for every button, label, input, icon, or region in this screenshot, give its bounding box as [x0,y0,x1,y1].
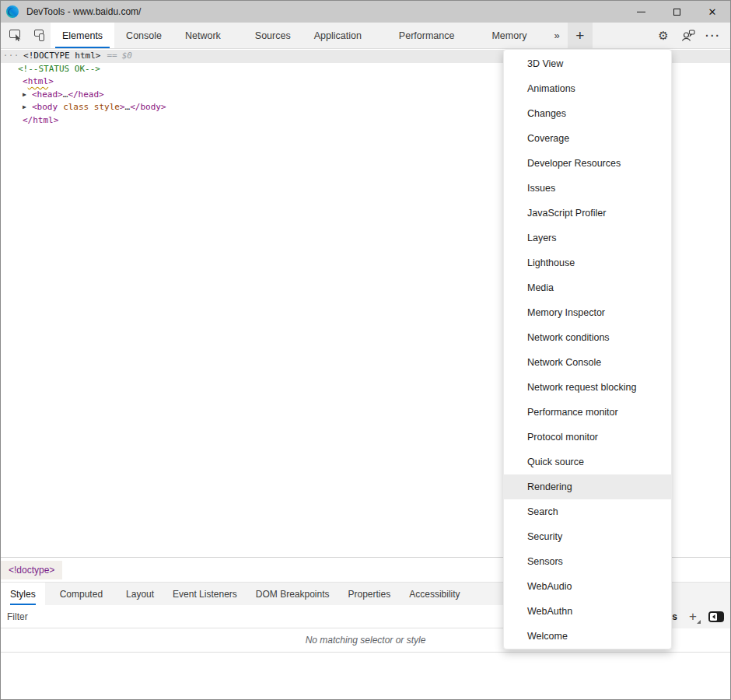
window-controls: ✕ [623,1,730,23]
menu-item-lighthouse[interactable]: Lighthouse [504,250,671,275]
plus-icon: + [689,609,697,624]
maximize-icon [673,9,680,16]
menu-item-3d-view[interactable]: 3D View [504,51,671,76]
feedback-button[interactable] [676,30,701,41]
menu-item-coverage[interactable]: Coverage [504,126,671,151]
menu-item-rendering[interactable]: Rendering [504,474,671,499]
dollar-zero-ref: $0 [122,51,132,61]
body-attributes: class style [63,102,120,112]
more-options-button[interactable]: ··· [701,30,726,42]
tab-label: Memory [491,30,526,41]
equals-sign: == [107,51,117,61]
ellipsis-icon: ··· [705,30,721,42]
tab-layout[interactable]: Layout [117,583,163,605]
tab-label: Properties [348,589,391,600]
tag-bracket: > [48,76,54,86]
html-tag-name: html [28,76,49,86]
tab-properties[interactable]: Properties [339,583,400,605]
head-open-tag: <head> [32,89,63,100]
tab-label: Computed [60,589,103,600]
dock-sidebar-icon [708,611,724,622]
tab-application[interactable]: Application [303,23,373,48]
tab-computed[interactable]: Computed [51,583,112,605]
close-icon: ✕ [708,7,717,17]
menu-item-layers[interactable]: Layers [504,226,671,250]
tab-sources[interactable]: Sources [243,23,303,48]
tab-label: DOM Breakpoints [256,589,330,600]
device-emulation-button[interactable] [27,23,51,48]
title-bar: DevTools - www.baidu.com/ ✕ [1,1,730,23]
tab-label: Elements [62,30,103,41]
menu-item-search[interactable]: Search [504,499,671,524]
toolbar-right-icons: ⚙ ··· [648,23,730,48]
menu-item-media[interactable]: Media [504,275,671,300]
more-tools-menu: 3D View Animations Changes Coverage Deve… [503,49,672,649]
menu-item-developer-resources[interactable]: Developer Resources [504,151,671,176]
expand-arrow-icon[interactable]: ▶ [23,101,32,114]
tab-accessibility[interactable]: Accessibility [400,583,469,605]
menu-item-javascript-profiler[interactable]: JavaScript Profiler [504,201,671,226]
tab-elements[interactable]: Elements [51,23,114,48]
more-tools-button[interactable]: + [568,23,593,48]
new-style-rule-button[interactable]: + [685,609,701,625]
doctype-code: <!DOCTYPE html> [23,51,100,61]
menu-item-protocol-monitor[interactable]: Protocol monitor [504,425,671,450]
maximize-button[interactable] [659,1,694,23]
expand-arrow-icon[interactable]: ▶ [23,89,32,102]
empty-message: No matching selector or style [306,635,426,646]
tab-label: Layout [126,589,154,600]
tab-label: Performance [399,30,455,41]
breadcrumb-item-doctype[interactable]: <!doctype> [1,561,62,579]
menu-item-performance-monitor[interactable]: Performance monitor [504,400,671,425]
feedback-icon [681,30,695,41]
window-title: DevTools - www.baidu.com/ [26,6,141,17]
inspect-element-button[interactable] [4,23,27,48]
menu-item-network-console[interactable]: Network Console [504,350,671,375]
close-button[interactable]: ✕ [694,1,730,23]
head-close-tag: </head> [68,89,103,100]
tab-label: Network [185,30,221,41]
tab-console[interactable]: Console [114,23,173,48]
tab-styles[interactable]: Styles [1,583,45,605]
settings-button[interactable]: ⚙ [651,29,676,43]
tab-event-listeners[interactable]: Event Listeners [163,583,247,605]
gutter-dots-icon: ··· [3,51,19,60]
chevron-double-icon: » [554,30,560,41]
tag-bracket: > [120,102,125,112]
menu-item-issues[interactable]: Issues [504,176,671,201]
menu-item-webauthn[interactable]: WebAuthn [504,599,671,624]
breadcrumb-label: <!doctype> [9,565,54,576]
menu-item-network-request-blocking[interactable]: Network request blocking [504,375,671,400]
inspect-cursor-icon [9,30,23,41]
cls-button-fragment[interactable]: s [672,611,677,622]
minimize-button[interactable] [623,1,659,23]
devtools-toolbar: Elements Console Network Sources Applica… [1,23,730,49]
menu-item-webaudio[interactable]: WebAudio [504,574,671,599]
menu-item-memory-inspector[interactable]: Memory Inspector [504,300,671,325]
menu-item-quick-source[interactable]: Quick source [504,450,671,474]
tab-network[interactable]: Network [173,23,233,48]
tab-label: Accessibility [409,589,460,600]
menu-item-animations[interactable]: Animations [504,76,671,101]
tab-label: Sources [255,30,291,41]
tab-dom-breakpoints[interactable]: DOM Breakpoints [247,583,339,605]
comment-text: <!--STATUS OK--> [18,64,100,74]
menu-item-sensors[interactable]: Sensors [504,549,671,574]
tag-bracket: < [23,76,28,86]
body-open-tag: <body [32,102,58,112]
menu-item-welcome[interactable]: Welcome [504,624,671,649]
tab-memory[interactable]: Memory [480,23,538,48]
plus-icon: + [575,27,584,44]
computed-sidebar-toggle-button[interactable] [708,611,724,623]
menu-item-network-conditions[interactable]: Network conditions [504,325,671,350]
tab-label: Styles [10,589,36,600]
device-toolbar-icon [33,30,46,41]
tab-label: Console [126,30,162,41]
body-close-tag: </body> [130,102,166,112]
minimize-icon [637,12,645,12]
gear-icon: ⚙ [658,29,668,43]
more-tabs-button[interactable]: » [547,23,568,48]
tab-performance[interactable]: Performance [387,23,467,48]
menu-item-changes[interactable]: Changes [504,101,671,126]
menu-item-security[interactable]: Security [504,524,671,549]
